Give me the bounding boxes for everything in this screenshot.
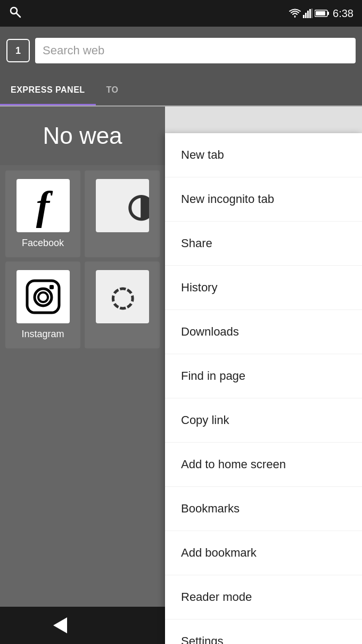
main-content: No wea f Facebook ◑ <box>0 107 165 607</box>
back-icon <box>53 617 67 633</box>
tab-express-panel[interactable]: EXPRESS PANEL <box>0 75 96 105</box>
svg-rect-7 <box>311 9 312 18</box>
app-item-facebook[interactable]: f Facebook <box>5 170 80 257</box>
search-placeholder: Search web <box>43 44 104 58</box>
status-time: 6:38 <box>333 7 353 20</box>
svg-rect-14 <box>50 285 54 289</box>
menu-item-share[interactable]: Share <box>165 222 362 266</box>
partial-icon-1: ◑ <box>96 179 149 232</box>
status-bar-right: 6:38 <box>289 7 353 20</box>
svg-rect-4 <box>305 13 307 18</box>
back-button[interactable] <box>47 612 73 639</box>
svg-line-1 <box>17 13 20 17</box>
svg-rect-6 <box>309 9 311 18</box>
facebook-icon: f <box>36 183 50 229</box>
menu-item-new-incognito-tab[interactable]: New incognito tab <box>165 177 362 222</box>
menu-item-reader-mode[interactable]: Reader mode <box>165 575 362 619</box>
signal-icon <box>303 9 312 18</box>
menu-item-find-in-page[interactable]: Find in page <box>165 354 362 398</box>
wifi-icon <box>289 9 301 18</box>
svg-rect-9 <box>327 12 329 15</box>
menu-item-copy-link[interactable]: Copy link <box>165 398 362 443</box>
app-grid: f Facebook ◑ <box>0 165 165 354</box>
instagram-label: Instagram <box>21 329 64 340</box>
browser-bar: 1 Search web <box>0 27 362 75</box>
status-bar: 6:38 <box>0 0 362 27</box>
menu-item-downloads[interactable]: Downloads <box>165 310 362 354</box>
tab-top-sites[interactable]: TO <box>96 75 129 105</box>
app-item-instagram[interactable]: Instagram <box>5 262 80 348</box>
weather-text: No wea <box>43 123 122 149</box>
svg-rect-5 <box>307 11 309 18</box>
dropdown-menu: New tab New incognito tab Share History … <box>165 133 362 644</box>
nav-tabs: EXPRESS PANEL TO <box>0 75 362 107</box>
facebook-icon-wrapper: f <box>17 179 70 232</box>
app-item-partial-1: ◑ <box>85 170 160 257</box>
tab-count-badge[interactable]: 1 <box>6 39 30 62</box>
svg-rect-3 <box>303 15 305 18</box>
facebook-label: Facebook <box>22 238 64 249</box>
menu-item-add-to-home-screen[interactable]: Add to home screen <box>165 443 362 487</box>
instagram-icon <box>24 278 62 316</box>
status-bar-left <box>9 5 21 21</box>
search-bar[interactable]: Search web <box>35 38 356 63</box>
instagram-icon-wrapper <box>17 270 70 323</box>
battery-icon <box>315 9 330 18</box>
menu-item-bookmarks[interactable]: Bookmarks <box>165 487 362 531</box>
content-area: No wea f Facebook ◑ <box>0 107 362 607</box>
status-icons <box>289 9 330 18</box>
svg-point-13 <box>38 292 48 302</box>
search-icon <box>9 5 21 21</box>
partial-icon-symbol: ◑ <box>127 187 149 224</box>
app-item-partial-2: ◌ <box>85 262 160 348</box>
partial-icon-symbol-2: ◌ <box>110 281 134 313</box>
svg-rect-10 <box>316 11 325 15</box>
menu-item-add-bookmark[interactable]: Add bookmark <box>165 531 362 575</box>
weather-widget: No wea <box>0 107 165 165</box>
menu-item-new-tab[interactable]: New tab <box>165 133 362 177</box>
menu-item-history[interactable]: History <box>165 266 362 310</box>
menu-item-settings[interactable]: Settings <box>165 619 362 644</box>
svg-point-2 <box>294 16 296 18</box>
partial-icon-2: ◌ <box>96 270 149 323</box>
